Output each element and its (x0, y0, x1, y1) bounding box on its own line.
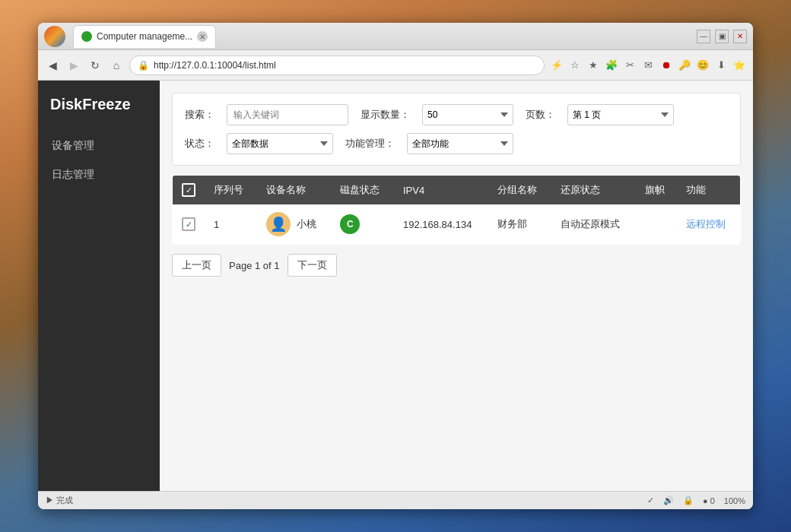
sound-icon: 🔊 (663, 496, 674, 505)
row-disk-status: C (331, 204, 394, 245)
row-ipv4: 192.168.84.134 (394, 204, 488, 245)
toolbar-icons: ⚡ ☆ ★ 🧩 ✂ ✉ ⏺ 🔑 😊 ⬇ ⭐ (549, 58, 747, 73)
tab-close-button[interactable]: ✕ (197, 31, 208, 42)
row-device-name: 小桃 (297, 217, 316, 231)
row-checkbox[interactable]: ✓ (182, 217, 195, 231)
tab-favicon (81, 31, 92, 42)
emoji-icon[interactable]: 😊 (695, 58, 710, 73)
function-mgmt-select[interactable]: 全部功能 (407, 133, 513, 154)
counter-label: ● 0 (703, 496, 715, 505)
row-device-name-cell: 👤 小桃 (257, 204, 332, 245)
header-ipv4: IPV4 (394, 176, 488, 205)
browser-logo (44, 26, 65, 47)
header-function: 功能 (677, 176, 740, 205)
search-label: 搜索： (185, 108, 214, 122)
row-restore-status: 自动还原模式 (551, 204, 636, 245)
row-group: 财务部 (488, 204, 551, 245)
status-text: ▶ 完成 (46, 495, 73, 506)
scissors-icon[interactable]: ✂ (622, 58, 637, 73)
filter-bar: 搜索： 显示数量： 50 页数： 第 1 页 状态： 全部数据 (172, 93, 741, 166)
refresh-button[interactable]: ↻ (87, 57, 103, 74)
header-serial: 序列号 (205, 176, 257, 205)
tab-title: Computer manageme... (97, 31, 192, 42)
lightning-icon[interactable]: ⚡ (549, 58, 564, 73)
page-number-select[interactable]: 第 1 页 (567, 104, 674, 125)
header-device-name: 设备名称 (257, 176, 332, 205)
device-avatar: 👤 (266, 212, 291, 236)
browser-tab[interactable]: Computer manageme... ✕ (73, 25, 216, 48)
maximize-button[interactable]: ▣ (715, 30, 729, 43)
sidebar: DiskFreeze 设备管理 日志管理 (38, 81, 160, 491)
page-info: Page 1 of 1 (229, 260, 280, 271)
sidebar-item-device-mgmt[interactable]: 设备管理 (46, 131, 152, 160)
remote-control-link[interactable]: 远程控制 (686, 218, 726, 230)
download-icon[interactable]: ⬇ (713, 58, 729, 73)
check-icon-status: ✓ (647, 496, 654, 505)
extension-icon[interactable]: 🧩 (604, 58, 619, 73)
header-flag: 旗帜 (636, 176, 677, 205)
star-icon[interactable]: ☆ (567, 58, 583, 73)
row-flag (636, 204, 677, 245)
url-text: http://127.0.0.1:10004/list.html (154, 60, 276, 71)
prev-page-button[interactable]: 上一页 (172, 254, 221, 277)
fav-star-icon[interactable]: ⭐ (732, 58, 747, 73)
back-button[interactable]: ◀ (44, 57, 61, 74)
row-checkbox-cell[interactable]: ✓ (173, 204, 205, 245)
status-label: 状态： (185, 137, 214, 150)
row-serial: 1 (205, 204, 257, 245)
filter-row-1: 搜索： 显示数量： 50 页数： 第 1 页 (185, 104, 728, 125)
browser-window: Computer manageme... ✕ — ▣ ✕ ◀ ▶ ↻ ⌂ 🔒 h… (38, 23, 753, 509)
header-checkbox[interactable]: ✓ (173, 176, 205, 205)
zoom-level: 100% (724, 496, 745, 505)
bookmark-icon[interactable]: ★ (586, 58, 601, 73)
select-all-checkbox[interactable]: ✓ (182, 183, 195, 197)
status-bar-right: ✓ 🔊 🔒 ● 0 100% (647, 496, 745, 505)
pagination: 上一页 Page 1 of 1 下一页 (172, 254, 741, 277)
filter-row-2: 状态： 全部数据 功能管理： 全部功能 (185, 133, 728, 154)
close-button[interactable]: ✕ (733, 30, 747, 43)
minimize-button[interactable]: — (697, 30, 710, 43)
rec-icon[interactable]: ⏺ (659, 58, 674, 73)
display-count-label: 显示数量： (361, 108, 410, 122)
device-name-container: 👤 小桃 (266, 212, 322, 236)
browser-content: DiskFreeze 设备管理 日志管理 搜索： 显示数量： 50 页数： (38, 81, 753, 491)
key-icon[interactable]: 🔑 (677, 58, 692, 73)
display-count-select[interactable]: 50 (422, 104, 513, 125)
sidebar-item-log-mgmt[interactable]: 日志管理 (46, 160, 152, 189)
header-group: 分组名称 (488, 176, 551, 205)
table-row: ✓ 1 👤 小桃 C (173, 204, 741, 245)
address-bar: ◀ ▶ ↻ ⌂ 🔒 http://127.0.0.1:10004/list.ht… (38, 50, 753, 81)
window-controls: — ▣ ✕ (697, 30, 747, 43)
url-bar[interactable]: 🔒 http://127.0.0.1:10004/list.html (129, 55, 545, 75)
mail-icon[interactable]: ✉ (640, 58, 656, 73)
page-number-label: 页数： (526, 108, 555, 122)
next-page-button[interactable]: 下一页 (287, 254, 337, 277)
search-input[interactable] (227, 104, 348, 125)
status-bar: ▶ 完成 ✓ 🔊 🔒 ● 0 100% (38, 491, 753, 509)
header-disk-status: 磁盘状态 (331, 176, 394, 205)
row-function[interactable]: 远程控制 (677, 204, 740, 245)
forward-button[interactable]: ▶ (65, 57, 82, 74)
ssl-icon: 🔒 (138, 60, 149, 71)
shield-icon: 🔒 (683, 496, 694, 505)
main-content: 搜索： 显示数量： 50 页数： 第 1 页 状态： 全部数据 (160, 81, 753, 491)
data-table: ✓ 序列号 设备名称 磁盘状态 IPV4 分组名称 还原状态 旗帜 功能 (172, 175, 741, 245)
function-mgmt-label: 功能管理： (345, 137, 395, 150)
home-button[interactable]: ⌂ (108, 57, 125, 74)
header-restore-status: 还原状态 (551, 176, 636, 205)
title-bar: Computer manageme... ✕ — ▣ ✕ (38, 23, 753, 50)
app-logo: DiskFreeze (46, 96, 152, 113)
disk-status-badge: C (340, 214, 360, 234)
table-header-row: ✓ 序列号 设备名称 磁盘状态 IPV4 分组名称 还原状态 旗帜 功能 (173, 176, 741, 205)
status-select[interactable]: 全部数据 (227, 133, 333, 154)
